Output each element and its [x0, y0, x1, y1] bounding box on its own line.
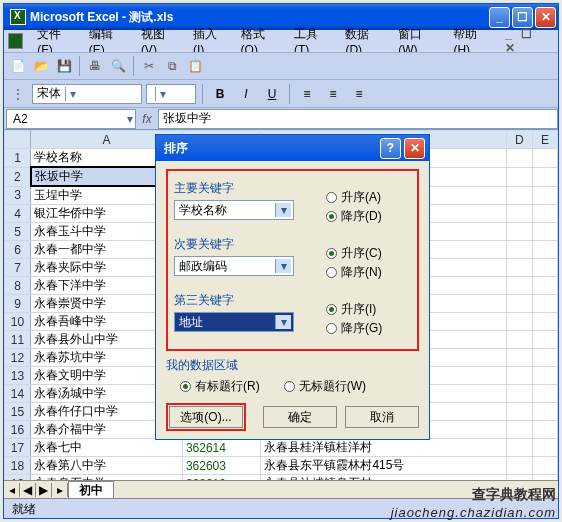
chevron-down-icon[interactable]: ▾ [65, 87, 80, 101]
row-header[interactable]: 16 [5, 421, 31, 439]
print-icon[interactable]: 🖶 [85, 56, 105, 76]
row-header[interactable]: 6 [5, 241, 31, 259]
cell[interactable] [532, 385, 557, 403]
cell[interactable] [532, 421, 557, 439]
cell[interactable] [532, 167, 557, 186]
cell[interactable] [506, 186, 532, 205]
toolbar-handle-icon[interactable]: ⋮ [8, 84, 28, 104]
underline-button[interactable]: U [261, 84, 283, 104]
name-box[interactable]: A2 ▾ [6, 109, 136, 129]
cancel-button[interactable]: 取消 [345, 406, 419, 428]
secondary-key-combo[interactable]: 邮政编码 ▾ [174, 256, 294, 276]
cell[interactable] [506, 313, 532, 331]
row-header[interactable]: 3 [5, 186, 31, 205]
cell[interactable] [506, 367, 532, 385]
cell[interactable] [532, 205, 557, 223]
cell[interactable] [506, 223, 532, 241]
cell[interactable] [532, 277, 557, 295]
row-header[interactable]: 12 [5, 349, 31, 367]
save-icon[interactable]: 💾 [54, 56, 74, 76]
header-yes-radio[interactable]: 有标题行(R) [180, 378, 260, 395]
cell[interactable] [506, 439, 532, 457]
cell[interactable] [506, 259, 532, 277]
cell[interactable] [506, 167, 532, 186]
row-header[interactable]: 13 [5, 367, 31, 385]
close-button[interactable]: ✕ [535, 7, 556, 28]
primary-desc-radio[interactable]: 降序(D) [326, 208, 382, 225]
cell[interactable]: 362603 [182, 457, 261, 475]
chevron-down-icon[interactable]: ▾ [275, 203, 291, 217]
tab-nav-first[interactable]: ◂ [4, 483, 20, 497]
cell[interactable] [532, 403, 557, 421]
cell[interactable] [532, 241, 557, 259]
cell[interactable] [532, 349, 557, 367]
cell[interactable]: 362612 [182, 475, 261, 481]
dialog-titlebar[interactable]: 排序 ? ✕ [156, 135, 429, 161]
cell[interactable] [532, 439, 557, 457]
cut-icon[interactable]: ✂ [139, 56, 159, 76]
row-header[interactable]: 10 [5, 313, 31, 331]
row-header[interactable]: 18 [5, 457, 31, 475]
align-left-icon[interactable]: ≡ [296, 84, 318, 104]
maximize-button[interactable]: ☐ [512, 7, 533, 28]
chevron-down-icon[interactable]: ▾ [275, 259, 291, 273]
tab-nav-next[interactable]: ▶ [36, 483, 52, 497]
copy-icon[interactable]: ⧉ [162, 56, 182, 76]
formula-input[interactable]: 张坂中学 [158, 109, 558, 129]
tertiary-desc-radio[interactable]: 降序(G) [326, 320, 382, 337]
options-button[interactable]: 选项(O)... [169, 406, 243, 428]
row-header[interactable]: 15 [5, 403, 31, 421]
paste-icon[interactable]: 📋 [185, 56, 205, 76]
row-header[interactable]: 4 [5, 205, 31, 223]
cell[interactable] [532, 457, 557, 475]
tertiary-key-combo[interactable]: 地址 ▾ [174, 312, 294, 332]
row-header[interactable]: 14 [5, 385, 31, 403]
tab-nav-prev[interactable]: ◀ [20, 483, 36, 497]
open-icon[interactable]: 📂 [31, 56, 51, 76]
font-combo[interactable]: 宋体 ▾ [32, 84, 142, 104]
sheet-tab-active[interactable]: 初中 [68, 481, 114, 499]
wb-max-button[interactable]: ☐ [518, 27, 535, 41]
row-header[interactable]: 19 [5, 475, 31, 481]
row-header[interactable]: 11 [5, 331, 31, 349]
cell[interactable] [532, 367, 557, 385]
secondary-asc-radio[interactable]: 升序(C) [326, 245, 382, 262]
cell[interactable] [506, 331, 532, 349]
row-header[interactable]: 5 [5, 223, 31, 241]
col-header[interactable]: E [532, 131, 557, 149]
cell[interactable] [506, 457, 532, 475]
cell[interactable]: 永春第八中学 [31, 457, 183, 475]
cell[interactable] [506, 349, 532, 367]
cell[interactable]: 永春县桂洋镇桂洋村 [261, 439, 506, 457]
cell[interactable] [506, 205, 532, 223]
cell[interactable] [532, 331, 557, 349]
col-header[interactable] [5, 131, 31, 149]
wb-min-button[interactable]: _ [502, 27, 515, 41]
ok-button[interactable]: 确定 [263, 406, 337, 428]
fontsize-combo[interactable]: ▾ [146, 84, 196, 104]
chevron-down-icon[interactable]: ▾ [127, 112, 133, 126]
fx-button[interactable]: fx [136, 112, 158, 126]
row-header[interactable]: 17 [5, 439, 31, 457]
dialog-close-button[interactable]: ✕ [404, 138, 425, 159]
cell[interactable] [506, 475, 532, 481]
bold-button[interactable]: B [209, 84, 231, 104]
cell[interactable]: 永春七中 [31, 439, 183, 457]
cell[interactable] [532, 259, 557, 277]
cell[interactable] [532, 223, 557, 241]
chevron-down-icon[interactable]: ▾ [275, 315, 291, 329]
primary-asc-radio[interactable]: 升序(A) [326, 189, 382, 206]
cell[interactable] [506, 385, 532, 403]
preview-icon[interactable]: 🔍 [108, 56, 128, 76]
tertiary-asc-radio[interactable]: 升序(I) [326, 301, 382, 318]
align-center-icon[interactable]: ≡ [322, 84, 344, 104]
cell[interactable]: 永春县达埔镇乌石村 [261, 475, 506, 481]
cell[interactable] [506, 421, 532, 439]
header-no-radio[interactable]: 无标题行(W) [284, 378, 366, 395]
secondary-desc-radio[interactable]: 降序(N) [326, 264, 382, 281]
cell[interactable]: 362614 [182, 439, 261, 457]
row-header[interactable]: 7 [5, 259, 31, 277]
cell[interactable] [532, 475, 557, 481]
row-header[interactable]: 9 [5, 295, 31, 313]
cell[interactable] [506, 277, 532, 295]
